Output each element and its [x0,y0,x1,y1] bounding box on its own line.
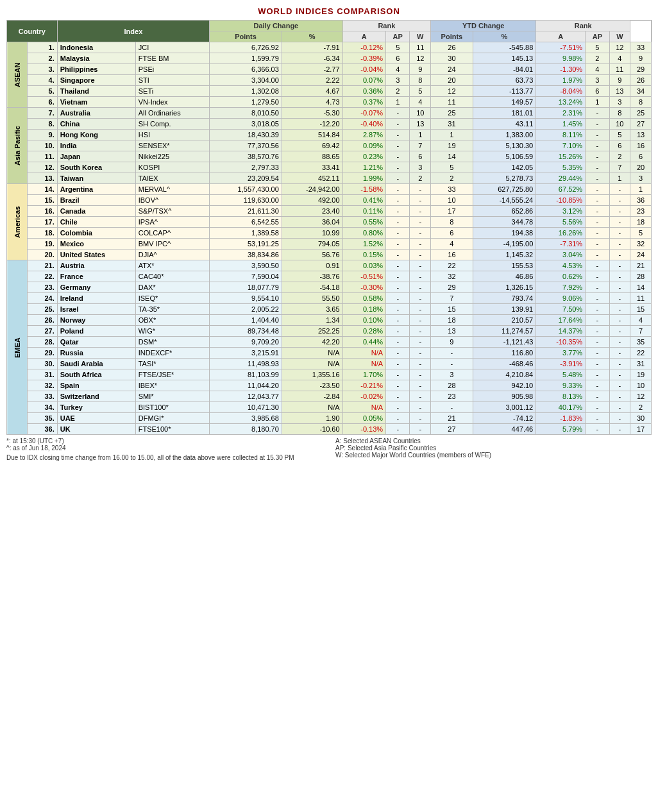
rank-a-header: A [342,31,385,42]
country-cell: France [57,271,135,282]
rank-ap-cell: 2 [410,173,431,184]
daily-pct-cell: 1.21% [342,162,385,173]
ytd-points-cell: 905.98 [473,391,536,402]
rank-ap-cell: - [410,206,431,217]
region-cell: Americas [7,184,28,260]
rank2-ap-cell: - [609,326,630,337]
rank-a-cell: - [386,304,410,315]
rank-ap-cell: - [410,413,431,424]
daily-pct-cell: 0.09% [342,140,385,151]
rank-a-cell: - [386,380,410,391]
index-cell: SH Comp. [135,119,209,130]
row-number: 25. [28,304,57,315]
daily-pct-cell: 0.80% [342,228,385,239]
rank2-ap-cell: 2 [609,151,630,162]
value-cell: 1,389.58 [210,228,282,239]
rank-a-cell: - [386,337,410,348]
rank2-w-cell: 5 [630,228,652,239]
row-number: 1. [28,42,57,53]
daily-pct-cell: N/A [342,402,385,413]
ytd-pct-cell: 7.10% [536,140,586,151]
daily-pct-cell: -0.51% [342,271,385,282]
value-cell: 1,279.50 [210,97,282,108]
rank-w-cell: 23 [431,391,473,402]
value-cell: 3,304.00 [210,75,282,86]
ytd-points-cell: 1,145.32 [473,250,536,260]
value-cell: 11,498.93 [210,359,282,369]
rank2-w-cell: 35 [630,337,652,348]
ytd-pct-cell: 8.13% [536,391,586,402]
index-cell: All Ordinaries [135,108,209,119]
ytd-points-cell: 4,210.84 [473,369,536,380]
daily-pct-cell: 0.36% [342,86,385,97]
ytd-points-cell: 149.57 [473,97,536,108]
rank2-a-cell: 1 [586,97,609,108]
daily-points-cell: 4.67 [282,86,342,97]
rank-w-cell: 1 [431,130,473,140]
rank2-w-cell: 9 [630,53,652,64]
rank2-ap-cell: - [609,217,630,228]
country-cell: Qatar [57,337,135,348]
index-cell: BMV IPC^ [135,239,209,250]
rank2-header: Rank [536,21,630,31]
value-cell: 77,370.56 [210,140,282,151]
rank2-ap-cell: - [609,282,630,293]
daily-pct-cell: 1.70% [342,369,385,380]
rank-w-cell: 7 [431,293,473,304]
rank-a-cell: - [386,108,410,119]
rank-a-cell: - [386,151,410,162]
row-number: 24. [28,293,57,304]
rank2-w-cell: 26 [630,75,652,86]
index-cell: COLCAP^ [135,228,209,239]
footnote-right3: W: Selected Major World Countries (membe… [335,452,652,459]
country-cell: Israel [57,304,135,315]
daily-pct-cell: 1.99% [342,173,385,184]
row-number: 14. [28,184,57,195]
ytd-points-cell: 181.01 [473,108,536,119]
footnote-left3: Due to IDX closing time change from 16.0… [6,454,323,461]
rank-ap-cell: 8 [410,75,431,86]
table-row: Asia Pasific7.AustraliaAll Ordinaries8,0… [7,108,652,119]
rank-w-cell: 12 [431,86,473,97]
rank2-a-cell: - [586,380,609,391]
index-cell: JCI [135,42,209,53]
ytd-points-cell: 5,278.73 [473,173,536,184]
rank2-a-cell: - [586,119,609,130]
rank2-ap-cell: 7 [609,162,630,173]
value-cell: 6,542.55 [210,217,282,228]
region-cell: EMEA [7,260,28,435]
rank-a-cell: - [386,195,410,206]
ytd-points-cell: 145.13 [473,53,536,64]
daily-points-cell: -54.18 [282,282,342,293]
rank-ap-cell: 5 [410,86,431,97]
rank-ap-cell: 1 [410,130,431,140]
row-number: 9. [28,130,57,140]
daily-pct-cell: 0.03% [342,260,385,271]
index-cell: S&P/TSX^ [135,206,209,217]
rank2-w-cell: 11 [630,293,652,304]
rank2-ap-cell: 10 [609,119,630,130]
rank-w-cell: 9 [431,337,473,348]
rank2-w-cell: 14 [630,282,652,293]
value-cell: 10,471.30 [210,402,282,413]
ytd-points-cell: -545.88 [473,42,536,53]
rank-ap-cell: - [410,424,431,435]
rank2-a-cell: - [586,228,609,239]
index-cell: VN-Index [135,97,209,108]
row-number: 11. [28,151,57,162]
rank-header: Rank [342,21,431,31]
rank-ap-cell: 11 [410,42,431,53]
rank-ap-cell: - [410,359,431,369]
value-cell: 3,590.50 [210,260,282,271]
row-number: 35. [28,413,57,424]
ytd-change-header: YTD Change [431,21,536,31]
rank2-a-cell: - [586,413,609,424]
rank2-w-cell: 27 [630,119,652,130]
daily-points-cell: -5.30 [282,108,342,119]
row-number: 13. [28,173,57,184]
row-number: 20. [28,250,57,260]
daily-pct-header: % [282,31,342,42]
rank-ap-cell: - [410,315,431,326]
footnote-left2: ^: as of Jun 18, 2024 [6,444,323,452]
index-cell: BIST100* [135,402,209,413]
